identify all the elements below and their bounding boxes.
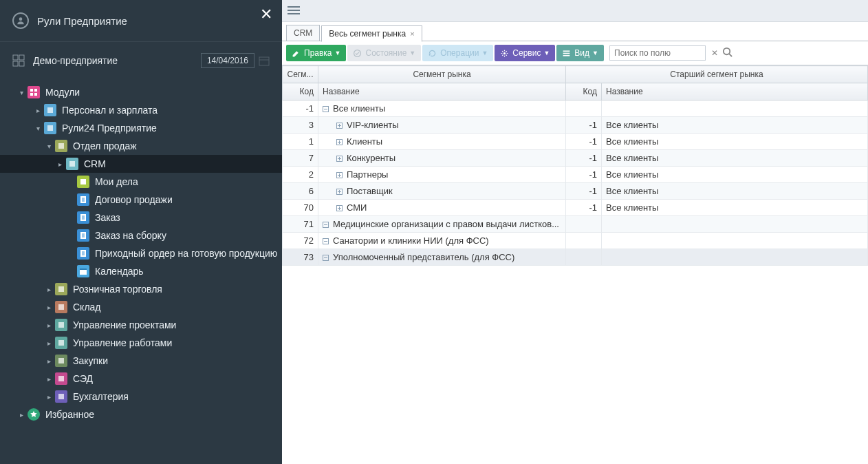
tree-item[interactable]: ▸Розничная торговля [0,280,282,298]
collapse-icon[interactable] [323,106,329,112]
expand-icon[interactable] [336,172,343,178]
svg-rect-5 [259,57,269,65]
edit-button[interactable]: Правка▼ [286,45,346,61]
cell-code: 7 [283,150,318,167]
tree-label: Избранное [45,409,94,420]
chevron-right-icon[interactable]: ▸ [45,393,52,401]
cell-name: Конкуренты [318,150,566,167]
col-group-seg[interactable]: Сегм... [283,66,318,83]
service-button[interactable]: Сервис▼ [495,45,555,61]
view-button[interactable]: Вид▼ [556,45,604,61]
table-row[interactable]: 6Поставщик-1Все клиенты [283,183,868,200]
chevron-right-icon[interactable]: ▸ [45,321,52,329]
tree-label: Заказ на сборку [95,230,166,241]
collapse-icon[interactable] [323,238,329,244]
table-row[interactable]: 7Конкуренты-1Все клиенты [283,150,868,167]
tree-item[interactable]: ▸Бухгалтерия [0,388,282,405]
expand-icon[interactable] [336,123,343,129]
collapse-icon[interactable] [323,222,329,228]
tree-item[interactable]: Мои дела [0,173,282,191]
table-row[interactable]: 2Партнеры-1Все клиенты [283,167,868,183]
tree-item[interactable]: ▸Закупки [0,352,282,370]
close-icon[interactable]: ✕ [260,6,272,23]
date-field[interactable]: 14/04/2016 [201,53,254,68]
chevron-right-icon[interactable]: ▸ [56,160,63,168]
cell-pname [602,249,868,266]
tree-item[interactable]: ▸СЭД [0,370,282,388]
table-row[interactable]: 73Уполномоченный представитель (для ФСС) [283,249,868,266]
search-input[interactable] [609,45,706,61]
tree-item[interactable]: ▸Персонал и зарплата [0,101,282,119]
collapse-icon[interactable] [323,255,329,261]
expand-icon[interactable] [336,156,343,162]
tree-item[interactable]: ▸CRM [0,155,282,173]
search-icon[interactable] [722,47,733,59]
tree-item[interactable]: ▾Отдел продаж [0,137,282,155]
expand-icon[interactable] [336,139,343,145]
close-tab-icon[interactable]: × [410,30,414,38]
state-button[interactable]: Состояние▼ [347,45,421,61]
tree-item[interactable]: ▸Управление проектами [0,316,282,334]
tree-item[interactable]: Календарь [0,262,282,280]
chevron-down-icon[interactable]: ▾ [45,143,52,150]
col-name[interactable]: Название [318,83,566,101]
svg-rect-7 [30,89,33,92]
chevron-right-icon[interactable]: ▸ [45,339,52,347]
clear-search-icon[interactable]: ✕ [711,48,718,58]
expand-icon[interactable] [336,205,343,211]
svg-rect-37 [58,340,64,346]
table-row[interactable]: 70СМИ-1Все клиенты [283,200,868,216]
cell-name: Все клиенты [318,101,566,117]
svg-rect-8 [34,89,37,92]
col-code[interactable]: Код [283,83,318,101]
calendar-icon[interactable] [259,55,270,66]
table-row[interactable]: 1Клиенты-1Все клиенты [283,134,868,150]
module-icon [44,122,56,134]
chevron-right-icon[interactable]: ▸ [45,286,52,293]
col-group-parent[interactable]: Старший сегмент рынка [566,66,868,83]
chevron-right-icon[interactable]: ▸ [45,357,52,365]
chevron-right-icon[interactable]: ▸ [45,304,52,311]
hamburger-icon[interactable] [287,6,300,16]
expand-icon[interactable] [336,189,343,195]
cell-name: Уполномоченный представитель (для ФСС) [318,249,566,266]
avatar-icon[interactable] [12,12,29,29]
tree-item[interactable]: Договор продажи [0,191,282,209]
svg-rect-15 [80,179,86,184]
tab[interactable]: Весь сегмент рынка× [321,25,422,42]
button-label: Вид [574,48,589,58]
chevron-right-icon[interactable]: ▸ [34,107,41,114]
cell-pcode: -1 [566,117,602,134]
table-row[interactable]: 72Санатории и клиники НИИ (для ФСС) [283,233,868,249]
chevron-down-icon[interactable]: ▾ [18,89,25,96]
col-group-segment[interactable]: Сегмент рынка [318,66,566,83]
tree-item[interactable]: ▸Склад [0,298,282,316]
module-icon [77,229,89,242]
button-label: Правка [304,48,332,58]
operations-button[interactable]: Операции▼ [422,45,493,61]
svg-point-42 [503,52,506,54]
col-pcode[interactable]: Код [566,83,602,101]
tab[interactable]: CRM [286,25,320,41]
col-pname[interactable]: Название [602,83,868,101]
cell-pcode [566,216,602,233]
chevron-right-icon[interactable]: ▸ [45,375,52,383]
chevron-down-icon[interactable]: ▾ [34,125,41,132]
tree-item[interactable]: Приходный ордер на готовую продукцию [0,244,282,262]
tree-modules[interactable]: ▾ Модули [0,83,282,101]
cell-pname: Все клиенты [602,117,868,134]
tree-item[interactable]: ▸Управление работами [0,334,282,352]
svg-rect-34 [58,286,64,292]
tree-item[interactable]: Заказ [0,209,282,226]
tree-item[interactable]: ▾Рули24 Предприятие [0,119,282,137]
module-icon [66,158,78,170]
table-row[interactable]: 71Медицинские организации с правом выдач… [283,216,868,233]
cell-pname: Все клиенты [602,200,868,216]
svg-rect-2 [19,55,24,60]
table-row[interactable]: -1Все клиенты [283,101,868,117]
chevron-right-icon[interactable]: ▸ [18,411,25,419]
cell-pcode: -1 [566,200,602,216]
table-row[interactable]: 3VIP-клиенты-1Все клиенты [283,117,868,134]
tree-item[interactable]: Заказ на сборку [0,226,282,244]
tree-favorites[interactable]: ▸ Избранное [0,405,282,423]
